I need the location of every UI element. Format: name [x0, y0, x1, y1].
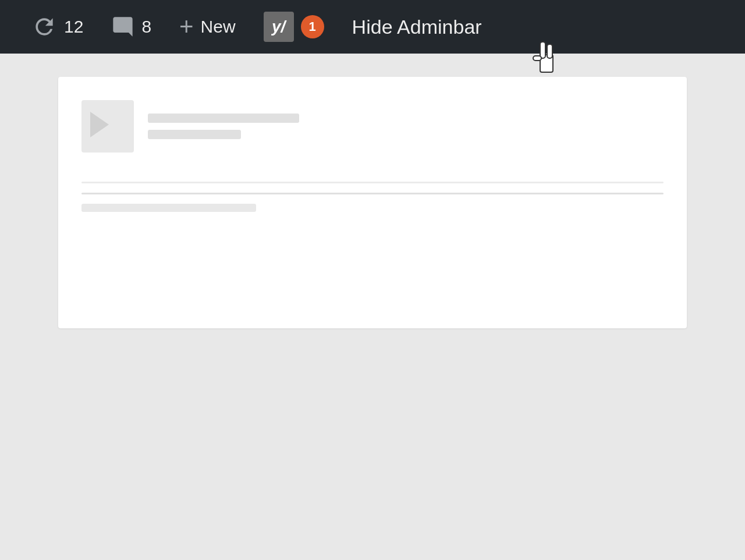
yoast-icon: y/	[264, 12, 294, 42]
comments-item[interactable]: 8	[97, 0, 165, 54]
hide-adminbar-item[interactable]: Hide Adminbar	[338, 0, 496, 54]
content-card	[58, 77, 687, 328]
skeleton-divider-1	[81, 182, 664, 183]
new-item[interactable]: + New	[165, 0, 250, 54]
skeleton-header	[81, 100, 664, 153]
comments-count: 8	[141, 17, 151, 37]
hide-adminbar-label: Hide Adminbar	[352, 16, 482, 38]
skeleton-line-2	[148, 130, 241, 139]
skeleton-avatar	[81, 100, 134, 153]
skeleton-line-1	[148, 114, 299, 123]
refresh-icon	[31, 14, 57, 40]
skeleton-line-short	[81, 204, 256, 212]
skeleton-divider-2	[81, 193, 664, 194]
skeleton-text-block	[148, 114, 299, 139]
updates-item[interactable]: 12	[17, 0, 97, 54]
yoast-item[interactable]: y/ 1	[250, 0, 338, 54]
updates-count: 12	[64, 17, 83, 37]
yoast-badge: 1	[301, 15, 324, 38]
comments-icon	[111, 15, 134, 38]
admin-bar: 12 8 + New y/ 1 Hide Adminbar	[0, 0, 745, 54]
plus-icon: +	[179, 15, 194, 39]
main-content	[0, 54, 745, 560]
new-label: New	[201, 17, 236, 37]
